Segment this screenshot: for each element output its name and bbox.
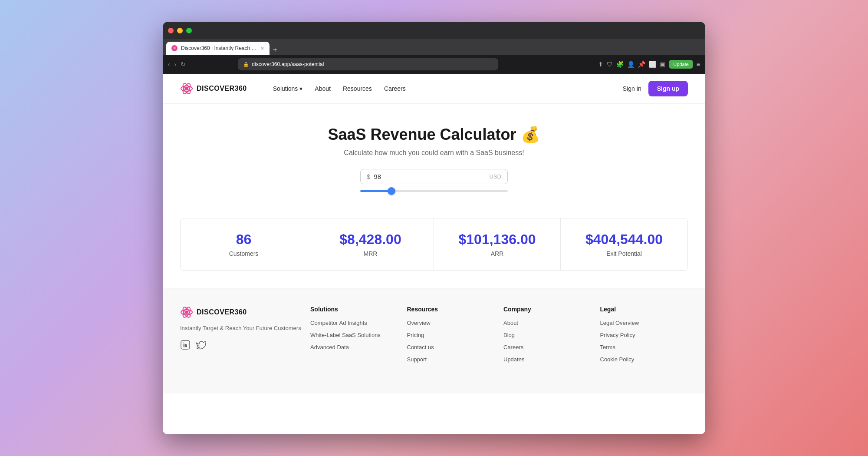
footer-logo-text: DISCOVER360: [197, 308, 247, 316]
footer-legal-heading: Legal: [600, 306, 688, 313]
stat-exit: $404,544.00 Exit Potential: [561, 218, 687, 270]
hero-subtitle: Calculate how much you could earn with a…: [180, 149, 688, 157]
footer-top: DISCOVER360 Instantly Target & Reach You…: [180, 306, 688, 367]
footer-link-whitelabel[interactable]: White-Label SaaS Solutions: [310, 332, 381, 338]
logo-icon: [180, 82, 193, 95]
calculator-input-wrap: $ USD: [180, 169, 688, 184]
hero-title: SaaS Revenue Calculator 💰: [180, 126, 688, 144]
page-content: DISCOVER360 Solutions ▾ About Resources …: [163, 74, 705, 434]
exit-label: Exit Potential: [569, 250, 679, 257]
footer-company: Company About Blog Careers Updates: [503, 306, 592, 367]
pin-icon[interactable]: 📌: [638, 61, 645, 68]
currency-label: USD: [490, 173, 501, 180]
footer-link-overview[interactable]: Overview: [407, 320, 431, 326]
footer-link-legal-overview[interactable]: Legal Overview: [600, 320, 639, 326]
footer-tagline: Instantly Target & Reach Your Future Cus…: [180, 324, 302, 333]
sign-up-button[interactable]: Sign up: [648, 81, 688, 96]
customers-label: Customers: [189, 250, 298, 257]
footer-resources: Resources Overview Pricing Contact us Su…: [407, 306, 495, 367]
footer-link-updates[interactable]: Updates: [503, 356, 524, 363]
tab-title: Discover360 | Instantly Reach …: [181, 45, 257, 51]
footer-legal: Legal Legal Overview Privacy Policy Term…: [600, 306, 688, 367]
footer-link-advanced-data[interactable]: Advanced Data: [310, 344, 349, 350]
lock-icon: 🔒: [243, 62, 249, 67]
arr-label: ARR: [443, 250, 552, 257]
footer-link-about[interactable]: About: [503, 320, 518, 326]
customers-value: 86: [189, 231, 298, 248]
sidebar-icon[interactable]: ▣: [660, 61, 665, 68]
svg-point-4: [185, 311, 188, 314]
exit-value: $404,544.00: [569, 231, 679, 248]
footer-link-cookie[interactable]: Cookie Policy: [600, 356, 635, 363]
logo[interactable]: DISCOVER360: [180, 82, 247, 95]
nav-careers[interactable]: Careers: [384, 85, 406, 92]
footer-solutions: Solutions Competitor Ad Insights White-L…: [310, 306, 398, 367]
address-bar[interactable]: 🔒 discover360.app/saas-potential: [238, 58, 498, 70]
browser-titlebar: [163, 22, 705, 39]
price-slider[interactable]: [360, 190, 508, 192]
browser-tab[interactable]: ⚛ Discover360 | Instantly Reach … ✕: [166, 42, 270, 55]
extensions-icon[interactable]: 🧩: [616, 61, 624, 68]
price-input[interactable]: [374, 173, 486, 180]
svg-point-0: [185, 87, 188, 90]
stats-grid: 86 Customers $8,428.00 MRR $101,136.00 A…: [180, 218, 688, 271]
tab-close-button[interactable]: ✕: [260, 46, 264, 51]
footer-solutions-heading: Solutions: [310, 306, 398, 313]
footer-logo-icon: [180, 306, 193, 319]
nav-solutions[interactable]: Solutions ▾: [273, 85, 303, 92]
tab-favicon: ⚛: [171, 45, 178, 51]
shield-icon[interactable]: 🛡: [607, 61, 613, 68]
menu-icon[interactable]: ≡: [697, 61, 700, 68]
new-tab-button[interactable]: +: [270, 46, 281, 55]
arr-value: $101,136.00: [443, 231, 552, 248]
minimize-button[interactable]: [177, 28, 183, 33]
browser-actions: ⬆ 🛡 🧩 👤 📌 ⬜ ▣ Update ≡: [598, 60, 700, 69]
update-button[interactable]: Update: [669, 60, 693, 69]
slider-wrap: [180, 190, 688, 192]
browser-addressbar: ‹ › ↻ 🔒 discover360.app/saas-potential ⬆…: [163, 55, 705, 74]
nav-links: Solutions ▾ About Resources Careers: [273, 85, 406, 92]
profile-icon[interactable]: 👤: [627, 61, 635, 68]
hero-section: SaaS Revenue Calculator 💰 Calculate how …: [163, 104, 705, 218]
footer-link-careers[interactable]: Careers: [503, 344, 523, 350]
back-button[interactable]: ‹: [168, 61, 170, 68]
sign-in-button[interactable]: Sign in: [623, 85, 641, 92]
mrr-value: $8,428.00: [316, 231, 425, 248]
footer-resources-heading: Resources: [407, 306, 495, 313]
linkedin-icon[interactable]: [180, 340, 191, 350]
footer-link-terms[interactable]: Terms: [600, 344, 615, 350]
nav-actions: Sign in Sign up: [623, 81, 688, 96]
footer-link-contact[interactable]: Contact us: [407, 344, 434, 350]
footer-link-competitor-ads[interactable]: Competitor Ad Insights: [310, 320, 367, 326]
footer-link-blog[interactable]: Blog: [503, 332, 515, 338]
stat-customers: 86 Customers: [181, 218, 307, 270]
footer-logo: DISCOVER360: [180, 306, 302, 319]
footer-link-privacy[interactable]: Privacy Policy: [600, 332, 635, 338]
twitter-icon[interactable]: [196, 340, 206, 350]
footer-link-support[interactable]: Support: [407, 356, 427, 363]
maximize-button[interactable]: [186, 28, 192, 33]
nav-resources[interactable]: Resources: [343, 85, 372, 92]
share-icon[interactable]: ⬆: [598, 61, 603, 68]
url-text: discover360.app/saas-potential: [252, 61, 324, 67]
nav-about[interactable]: About: [315, 85, 331, 92]
forward-button[interactable]: ›: [174, 61, 177, 68]
mrr-label: MRR: [316, 250, 425, 257]
footer-company-heading: Company: [503, 306, 592, 313]
window-icon[interactable]: ⬜: [649, 61, 656, 68]
close-button[interactable]: [168, 28, 174, 33]
browser-tabs: ⚛ Discover360 | Instantly Reach … ✕ +: [163, 39, 705, 55]
logo-text: DISCOVER360: [197, 85, 247, 93]
dollar-symbol: $: [367, 173, 370, 180]
chevron-down-icon: ▾: [299, 85, 302, 92]
browser-window: ⚛ Discover360 | Instantly Reach … ✕ + ‹ …: [163, 22, 705, 434]
footer-link-pricing[interactable]: Pricing: [407, 332, 424, 338]
calculator-input-box: $ USD: [360, 169, 508, 184]
footer: DISCOVER360 Instantly Target & Reach You…: [163, 288, 705, 393]
footer-brand: DISCOVER360 Instantly Target & Reach You…: [180, 306, 302, 367]
stat-arr: $101,136.00 ARR: [434, 218, 561, 270]
site-nav: DISCOVER360 Solutions ▾ About Resources …: [163, 74, 705, 104]
stat-mrr: $8,428.00 MRR: [307, 218, 434, 270]
refresh-button[interactable]: ↻: [181, 61, 186, 68]
social-links: [180, 340, 302, 350]
